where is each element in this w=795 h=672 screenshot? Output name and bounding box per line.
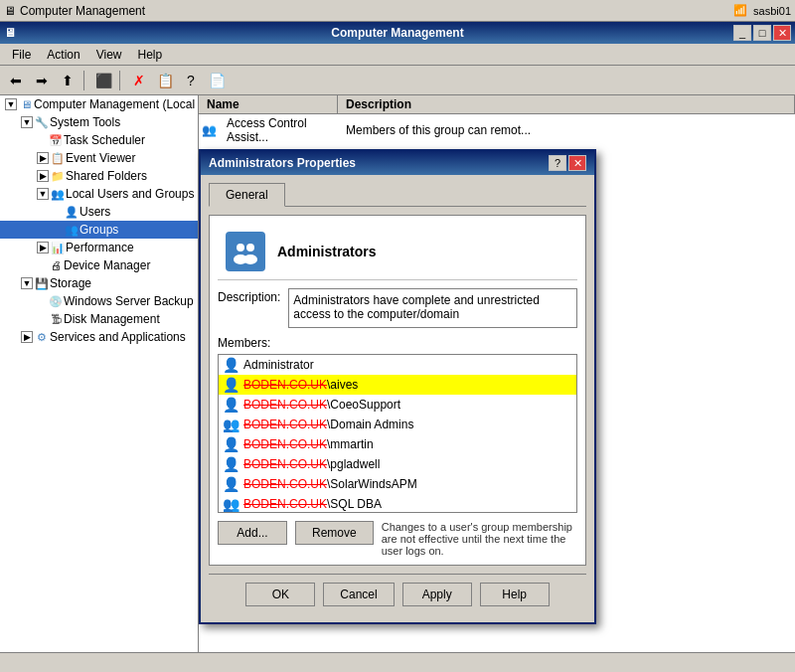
tree-disk-management[interactable]: 🗜 Disk Management (0, 310, 198, 328)
description-textbox[interactable]: Administrators have complete and unrestr… (288, 288, 577, 328)
users-icon: 👤 (64, 204, 80, 220)
tree-task-scheduler[interactable]: 📅 Task Scheduler (0, 131, 198, 149)
task-scheduler-icon: 📅 (48, 132, 64, 148)
menu-file[interactable]: File (4, 46, 39, 64)
member-name-6: BODEN.CO.UK\SolarWindsAPM (243, 477, 417, 491)
up-button[interactable]: ⬆ (56, 69, 80, 92)
dialog-close-button[interactable]: ✕ (568, 155, 586, 171)
member-icon-0: 👤 (223, 357, 239, 373)
member-item[interactable]: 👤 Administrator (219, 355, 576, 375)
backup-icon: 💿 (48, 293, 64, 309)
expand-services-applications[interactable]: ▶ (21, 331, 33, 343)
cancel-button[interactable]: Cancel (323, 583, 394, 606)
tree-storage-label: Storage (50, 276, 91, 290)
note-text: Changes to a user's group membership are… (382, 521, 577, 557)
tree-local-users-groups[interactable]: ▼ 👥 Local Users and Groups (0, 185, 198, 203)
members-list[interactable]: 👤 Administrator 👤 BODEN.CO.UK\aives 👤 BO… (218, 354, 577, 513)
help-button[interactable]: ? (179, 69, 203, 92)
properties-button[interactable]: 📋 (153, 69, 177, 92)
tree-users[interactable]: 👤 Users (0, 203, 198, 221)
title-bar-controls: _ □ ✕ (733, 25, 791, 41)
member-item[interactable]: 👤 BODEN.CO.UK\CoeoSupport (219, 395, 576, 415)
member-icon-6: 👤 (223, 476, 239, 492)
tree-task-scheduler-label: Task Scheduler (64, 133, 145, 147)
member-icon-4: 👤 (223, 436, 239, 452)
minimize-button[interactable]: _ (733, 25, 751, 41)
member-item[interactable]: 👤 BODEN.CO.UK\aives (219, 375, 576, 395)
member-name-7: BODEN.CO.UK\SQL DBA (243, 497, 382, 511)
tree-system-tools[interactable]: ▼ 🔧 System Tools (0, 113, 198, 131)
col-name[interactable]: Name (199, 95, 338, 113)
member-item[interactable]: 👤 BODEN.CO.UK\pgladwell (219, 454, 576, 474)
dialog-footer: OK Cancel Apply Help (209, 574, 586, 614)
dialog-title: Administrators Properties (209, 156, 356, 170)
admin-header: Administrators (218, 224, 577, 280)
title-bar: 🖥 Computer Management _ □ ✕ (0, 22, 795, 44)
remove-button[interactable]: Remove (295, 521, 374, 545)
member-item[interactable]: 👥 BODEN.CO.UK\Domain Admins (219, 415, 576, 434)
member-name-4: BODEN.CO.UK\mmartin (243, 437, 374, 451)
member-item[interactable]: 👤 BODEN.CO.UK\mmartin (219, 434, 576, 454)
menu-help[interactable]: Help (130, 46, 171, 64)
expand-performance[interactable]: ▶ (37, 242, 49, 253)
expand-system-tools[interactable]: ▼ (21, 116, 33, 128)
col-description[interactable]: Description (338, 95, 795, 113)
apply-button[interactable]: Apply (402, 583, 472, 606)
tree-disk-management-label: Disk Management (64, 312, 160, 326)
tree-services-applications-label: Services and Applications (50, 330, 186, 344)
ok-button[interactable]: OK (245, 583, 315, 606)
tree-event-viewer[interactable]: ▶ 📋 Event Viewer (0, 149, 198, 167)
tab-general[interactable]: General (209, 183, 285, 207)
expand-event-viewer[interactable]: ▶ (37, 152, 49, 164)
dialog-help-footer-button[interactable]: Help (480, 583, 550, 606)
tree-panel: ▼ 🖥 Computer Management (Local ▼ 🔧 Syste… (0, 95, 199, 652)
group-icon-large (226, 232, 265, 271)
forward-button[interactable]: ➡ (30, 69, 54, 92)
row-icon-1: 👥 (199, 122, 219, 138)
show-hide-button[interactable]: ⬛ (91, 69, 115, 92)
list-item[interactable]: 👥 Access Control Assist... Members of th… (199, 114, 795, 146)
member-name-1: BODEN.CO.UK\aives (243, 378, 358, 392)
performance-icon: 📊 (50, 240, 66, 255)
member-icon-2: 👤 (223, 397, 239, 413)
expand-storage[interactable]: ▼ (21, 277, 33, 289)
tree-root-label: Computer Management (Local (34, 97, 195, 111)
new-window-button[interactable]: 📄 (205, 69, 229, 92)
title-bar-left: 🖥 (4, 26, 16, 40)
expand-root[interactable]: ▼ (5, 98, 17, 110)
delete-button[interactable]: ✗ (127, 69, 151, 92)
tree-performance[interactable]: ▶ 📊 Performance (0, 239, 198, 256)
toolbar-sep-2 (119, 71, 123, 90)
dialog-help-button[interactable]: ? (549, 155, 566, 171)
members-label: Members: (218, 336, 577, 350)
member-name-5: BODEN.CO.UK\pgladwell (243, 457, 380, 471)
back-button[interactable]: ⬅ (4, 69, 28, 92)
disk-management-icon: 🗜 (48, 311, 64, 327)
tree-root[interactable]: ▼ 🖥 Computer Management (Local (0, 95, 198, 113)
member-icon-7: 👥 (223, 496, 239, 512)
menu-action[interactable]: Action (39, 46, 87, 64)
dialog-title-bar: Administrators Properties ? ✕ (201, 151, 594, 175)
menu-view[interactable]: View (88, 46, 130, 64)
tree-shared-folders[interactable]: ▶ 📁 Shared Folders (0, 167, 198, 185)
member-item[interactable]: 👥 BODEN.CO.UK\SQL DBA (219, 494, 576, 513)
add-button[interactable]: Add... (218, 521, 287, 545)
tree-event-viewer-label: Event Viewer (66, 151, 135, 165)
member-item[interactable]: 👤 BODEN.CO.UK\SolarWindsAPM (219, 474, 576, 494)
storage-icon: 💾 (34, 275, 50, 291)
window-close-button[interactable]: ✕ (773, 25, 791, 41)
tree-services-applications[interactable]: ▶ ⚙ Services and Applications (0, 328, 198, 346)
action-buttons: Add... Remove (218, 521, 374, 545)
tree-windows-server-backup[interactable]: 💿 Windows Server Backup (0, 292, 198, 310)
member-name-0: Administrator (243, 358, 314, 372)
tree-groups[interactable]: 👥 Groups (0, 221, 198, 239)
expand-local-users-groups[interactable]: ▼ (37, 188, 49, 200)
tree-device-manager[interactable]: 🖨 Device Manager (0, 256, 198, 274)
app-icon: 🖥 (4, 4, 16, 18)
status-bar (0, 652, 795, 672)
expand-shared-folders[interactable]: ▶ (37, 170, 49, 182)
maximize-button[interactable]: □ (753, 25, 771, 41)
tree-storage[interactable]: ▼ 💾 Storage (0, 274, 198, 292)
group-name: Administrators (277, 244, 377, 259)
event-viewer-icon: 📋 (50, 150, 66, 166)
